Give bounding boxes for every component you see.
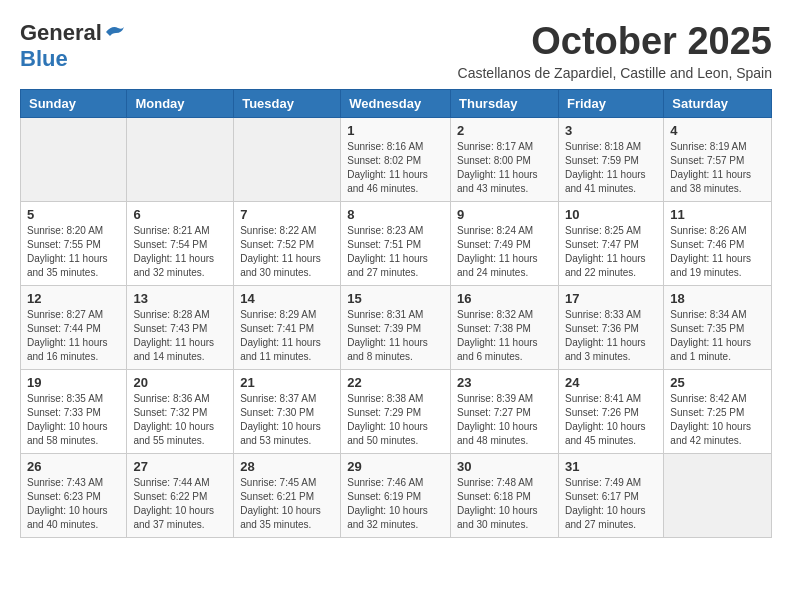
day-number: 26 (27, 459, 120, 474)
day-info: Sunrise: 7:43 AM Sunset: 6:23 PM Dayligh… (27, 476, 120, 532)
day-info: Sunrise: 8:36 AM Sunset: 7:32 PM Dayligh… (133, 392, 227, 448)
day-info: Sunrise: 7:44 AM Sunset: 6:22 PM Dayligh… (133, 476, 227, 532)
calendar-cell (127, 118, 234, 202)
calendar-week-3: 12Sunrise: 8:27 AM Sunset: 7:44 PM Dayli… (21, 286, 772, 370)
day-info: Sunrise: 8:25 AM Sunset: 7:47 PM Dayligh… (565, 224, 657, 280)
day-info: Sunrise: 8:28 AM Sunset: 7:43 PM Dayligh… (133, 308, 227, 364)
calendar-week-4: 19Sunrise: 8:35 AM Sunset: 7:33 PM Dayli… (21, 370, 772, 454)
calendar-cell: 7Sunrise: 8:22 AM Sunset: 7:52 PM Daylig… (234, 202, 341, 286)
day-info: Sunrise: 8:24 AM Sunset: 7:49 PM Dayligh… (457, 224, 552, 280)
header-monday: Monday (127, 90, 234, 118)
day-info: Sunrise: 7:49 AM Sunset: 6:17 PM Dayligh… (565, 476, 657, 532)
day-number: 12 (27, 291, 120, 306)
calendar-cell: 26Sunrise: 7:43 AM Sunset: 6:23 PM Dayli… (21, 454, 127, 538)
calendar-cell: 6Sunrise: 8:21 AM Sunset: 7:54 PM Daylig… (127, 202, 234, 286)
logo: General Blue (20, 20, 126, 72)
day-info: Sunrise: 8:21 AM Sunset: 7:54 PM Dayligh… (133, 224, 227, 280)
day-info: Sunrise: 8:17 AM Sunset: 8:00 PM Dayligh… (457, 140, 552, 196)
day-info: Sunrise: 8:19 AM Sunset: 7:57 PM Dayligh… (670, 140, 765, 196)
day-number: 22 (347, 375, 444, 390)
calendar-cell: 9Sunrise: 8:24 AM Sunset: 7:49 PM Daylig… (451, 202, 559, 286)
day-number: 8 (347, 207, 444, 222)
calendar-cell: 29Sunrise: 7:46 AM Sunset: 6:19 PM Dayli… (341, 454, 451, 538)
day-info: Sunrise: 8:20 AM Sunset: 7:55 PM Dayligh… (27, 224, 120, 280)
calendar-cell: 1Sunrise: 8:16 AM Sunset: 8:02 PM Daylig… (341, 118, 451, 202)
day-number: 28 (240, 459, 334, 474)
calendar-cell: 12Sunrise: 8:27 AM Sunset: 7:44 PM Dayli… (21, 286, 127, 370)
calendar-cell: 21Sunrise: 8:37 AM Sunset: 7:30 PM Dayli… (234, 370, 341, 454)
calendar-cell (21, 118, 127, 202)
day-info: Sunrise: 8:39 AM Sunset: 7:27 PM Dayligh… (457, 392, 552, 448)
day-number: 2 (457, 123, 552, 138)
calendar-cell: 15Sunrise: 8:31 AM Sunset: 7:39 PM Dayli… (341, 286, 451, 370)
day-info: Sunrise: 8:22 AM Sunset: 7:52 PM Dayligh… (240, 224, 334, 280)
calendar-cell: 3Sunrise: 8:18 AM Sunset: 7:59 PM Daylig… (558, 118, 663, 202)
day-info: Sunrise: 8:16 AM Sunset: 8:02 PM Dayligh… (347, 140, 444, 196)
day-number: 23 (457, 375, 552, 390)
day-number: 1 (347, 123, 444, 138)
day-number: 19 (27, 375, 120, 390)
day-info: Sunrise: 8:34 AM Sunset: 7:35 PM Dayligh… (670, 308, 765, 364)
calendar-cell: 27Sunrise: 7:44 AM Sunset: 6:22 PM Dayli… (127, 454, 234, 538)
day-number: 3 (565, 123, 657, 138)
day-number: 6 (133, 207, 227, 222)
calendar-cell: 8Sunrise: 8:23 AM Sunset: 7:51 PM Daylig… (341, 202, 451, 286)
logo-blue-text: Blue (20, 46, 68, 72)
title-section: October 2025 Castellanos de Zapardiel, C… (458, 20, 772, 81)
location-subtitle: Castellanos de Zapardiel, Castille and L… (458, 65, 772, 81)
day-info: Sunrise: 8:37 AM Sunset: 7:30 PM Dayligh… (240, 392, 334, 448)
calendar-cell: 16Sunrise: 8:32 AM Sunset: 7:38 PM Dayli… (451, 286, 559, 370)
calendar-cell: 24Sunrise: 8:41 AM Sunset: 7:26 PM Dayli… (558, 370, 663, 454)
day-info: Sunrise: 8:42 AM Sunset: 7:25 PM Dayligh… (670, 392, 765, 448)
calendar-cell: 25Sunrise: 8:42 AM Sunset: 7:25 PM Dayli… (664, 370, 772, 454)
day-number: 7 (240, 207, 334, 222)
calendar-cell: 23Sunrise: 8:39 AM Sunset: 7:27 PM Dayli… (451, 370, 559, 454)
day-info: Sunrise: 7:48 AM Sunset: 6:18 PM Dayligh… (457, 476, 552, 532)
header-sunday: Sunday (21, 90, 127, 118)
day-info: Sunrise: 8:18 AM Sunset: 7:59 PM Dayligh… (565, 140, 657, 196)
day-number: 17 (565, 291, 657, 306)
calendar-week-5: 26Sunrise: 7:43 AM Sunset: 6:23 PM Dayli… (21, 454, 772, 538)
calendar-cell: 14Sunrise: 8:29 AM Sunset: 7:41 PM Dayli… (234, 286, 341, 370)
logo-general-text: General (20, 20, 102, 46)
day-number: 24 (565, 375, 657, 390)
day-info: Sunrise: 7:46 AM Sunset: 6:19 PM Dayligh… (347, 476, 444, 532)
calendar-cell: 2Sunrise: 8:17 AM Sunset: 8:00 PM Daylig… (451, 118, 559, 202)
day-number: 14 (240, 291, 334, 306)
calendar-cell: 22Sunrise: 8:38 AM Sunset: 7:29 PM Dayli… (341, 370, 451, 454)
month-year-title: October 2025 (458, 20, 772, 63)
calendar-cell (234, 118, 341, 202)
day-info: Sunrise: 7:45 AM Sunset: 6:21 PM Dayligh… (240, 476, 334, 532)
day-info: Sunrise: 8:23 AM Sunset: 7:51 PM Dayligh… (347, 224, 444, 280)
day-number: 13 (133, 291, 227, 306)
calendar-week-1: 1Sunrise: 8:16 AM Sunset: 8:02 PM Daylig… (21, 118, 772, 202)
calendar-cell: 5Sunrise: 8:20 AM Sunset: 7:55 PM Daylig… (21, 202, 127, 286)
header-saturday: Saturday (664, 90, 772, 118)
calendar-week-2: 5Sunrise: 8:20 AM Sunset: 7:55 PM Daylig… (21, 202, 772, 286)
day-info: Sunrise: 8:27 AM Sunset: 7:44 PM Dayligh… (27, 308, 120, 364)
calendar-cell: 17Sunrise: 8:33 AM Sunset: 7:36 PM Dayli… (558, 286, 663, 370)
day-info: Sunrise: 8:32 AM Sunset: 7:38 PM Dayligh… (457, 308, 552, 364)
calendar-cell: 11Sunrise: 8:26 AM Sunset: 7:46 PM Dayli… (664, 202, 772, 286)
day-info: Sunrise: 8:31 AM Sunset: 7:39 PM Dayligh… (347, 308, 444, 364)
logo-bird-icon (104, 23, 126, 41)
calendar-cell: 28Sunrise: 7:45 AM Sunset: 6:21 PM Dayli… (234, 454, 341, 538)
day-info: Sunrise: 8:38 AM Sunset: 7:29 PM Dayligh… (347, 392, 444, 448)
day-number: 31 (565, 459, 657, 474)
calendar-cell: 19Sunrise: 8:35 AM Sunset: 7:33 PM Dayli… (21, 370, 127, 454)
calendar-cell: 10Sunrise: 8:25 AM Sunset: 7:47 PM Dayli… (558, 202, 663, 286)
calendar-cell: 18Sunrise: 8:34 AM Sunset: 7:35 PM Dayli… (664, 286, 772, 370)
calendar-cell: 13Sunrise: 8:28 AM Sunset: 7:43 PM Dayli… (127, 286, 234, 370)
day-number: 25 (670, 375, 765, 390)
day-info: Sunrise: 8:41 AM Sunset: 7:26 PM Dayligh… (565, 392, 657, 448)
day-number: 29 (347, 459, 444, 474)
calendar-cell: 20Sunrise: 8:36 AM Sunset: 7:32 PM Dayli… (127, 370, 234, 454)
header-friday: Friday (558, 90, 663, 118)
day-number: 21 (240, 375, 334, 390)
header-tuesday: Tuesday (234, 90, 341, 118)
page-header: General Blue October 2025 Castellanos de… (20, 20, 772, 81)
day-number: 20 (133, 375, 227, 390)
day-number: 10 (565, 207, 657, 222)
calendar-table: Sunday Monday Tuesday Wednesday Thursday… (20, 89, 772, 538)
day-info: Sunrise: 8:29 AM Sunset: 7:41 PM Dayligh… (240, 308, 334, 364)
